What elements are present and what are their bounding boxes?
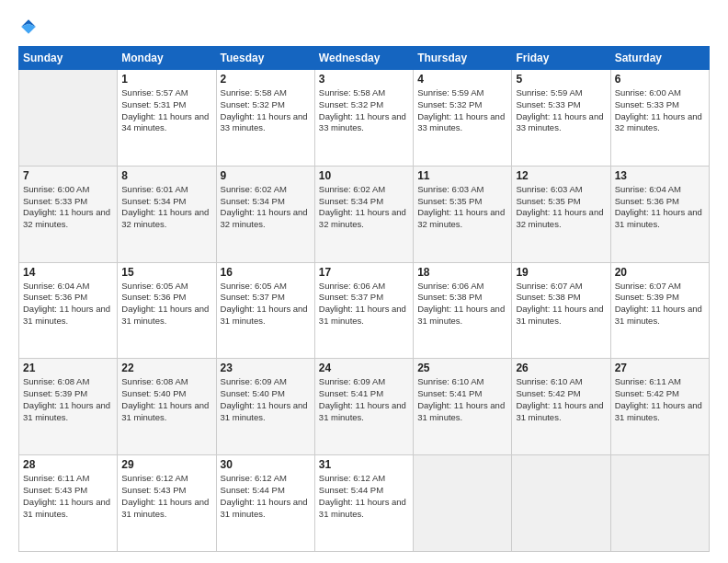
day-info: Sunrise: 6:11 AM Sunset: 5:43 PM Dayligh… [23, 473, 113, 520]
day-cell: 31Sunrise: 6:12 AM Sunset: 5:44 PM Dayli… [314, 455, 413, 552]
day-cell: 22Sunrise: 6:08 AM Sunset: 5:40 PM Dayli… [118, 359, 216, 455]
day-info: Sunrise: 6:05 AM Sunset: 5:37 PM Dayligh… [221, 281, 311, 327]
day-info: Sunrise: 6:02 AM Sunset: 5:34 PM Dayligh… [319, 184, 409, 231]
day-info: Sunrise: 5:59 AM Sunset: 5:33 PM Dayligh… [516, 87, 606, 134]
day-number: 16 [221, 266, 311, 279]
day-info: Sunrise: 6:07 AM Sunset: 5:39 PM Dayligh… [615, 281, 705, 327]
day-info: Sunrise: 6:04 AM Sunset: 5:36 PM Dayligh… [615, 184, 705, 231]
day-number: 28 [23, 458, 113, 471]
day-info: Sunrise: 6:04 AM Sunset: 5:36 PM Dayligh… [23, 281, 113, 327]
day-cell: 14Sunrise: 6:04 AM Sunset: 5:36 PM Dayli… [19, 262, 118, 359]
day-info: Sunrise: 6:12 AM Sunset: 5:44 PM Dayligh… [221, 473, 311, 520]
day-info: Sunrise: 6:07 AM Sunset: 5:38 PM Dayligh… [516, 281, 606, 327]
day-cell: 30Sunrise: 6:12 AM Sunset: 5:44 PM Dayli… [216, 455, 314, 552]
day-cell [512, 455, 610, 552]
calendar-body: 1Sunrise: 5:57 AM Sunset: 5:31 PM Daylig… [19, 70, 710, 552]
weekday-friday: Friday [512, 47, 610, 70]
weekday-header-row: SundayMondayTuesdayWednesdayThursdayFrid… [19, 47, 710, 70]
week-row-4: 28Sunrise: 6:11 AM Sunset: 5:43 PM Dayli… [19, 455, 710, 552]
day-number: 21 [23, 362, 113, 374]
day-cell: 18Sunrise: 6:06 AM Sunset: 5:38 PM Dayli… [414, 262, 512, 359]
day-number: 25 [417, 362, 507, 374]
day-info: Sunrise: 6:06 AM Sunset: 5:37 PM Dayligh… [319, 281, 409, 327]
day-number: 11 [417, 169, 507, 182]
day-number: 3 [319, 73, 409, 86]
weekday-saturday: Saturday [610, 47, 709, 70]
day-number: 13 [615, 169, 705, 182]
day-number: 15 [121, 266, 211, 279]
day-number: 1 [121, 73, 211, 86]
week-row-3: 21Sunrise: 6:08 AM Sunset: 5:39 PM Dayli… [19, 359, 710, 455]
day-number: 31 [319, 458, 409, 471]
day-cell: 29Sunrise: 6:12 AM Sunset: 5:43 PM Dayli… [118, 455, 216, 552]
day-info: Sunrise: 6:12 AM Sunset: 5:43 PM Dayligh… [121, 473, 211, 520]
day-number: 24 [319, 362, 409, 374]
day-cell: 6Sunrise: 6:00 AM Sunset: 5:33 PM Daylig… [610, 70, 709, 167]
day-number: 23 [221, 362, 311, 374]
day-cell: 10Sunrise: 6:02 AM Sunset: 5:34 PM Dayli… [314, 166, 413, 262]
day-cell: 9Sunrise: 6:02 AM Sunset: 5:34 PM Daylig… [216, 166, 314, 262]
day-cell: 20Sunrise: 6:07 AM Sunset: 5:39 PM Dayli… [610, 262, 709, 359]
weekday-sunday: Sunday [19, 47, 118, 70]
day-info: Sunrise: 6:12 AM Sunset: 5:44 PM Dayligh… [319, 473, 409, 520]
day-cell: 11Sunrise: 6:03 AM Sunset: 5:35 PM Dayli… [414, 166, 512, 262]
day-number: 4 [417, 73, 507, 86]
day-cell: 13Sunrise: 6:04 AM Sunset: 5:36 PM Dayli… [610, 166, 709, 262]
day-info: Sunrise: 5:57 AM Sunset: 5:31 PM Dayligh… [121, 87, 211, 134]
weekday-monday: Monday [118, 47, 216, 70]
day-info: Sunrise: 6:11 AM Sunset: 5:42 PM Dayligh… [615, 376, 705, 423]
day-cell [414, 455, 512, 552]
weekday-wednesday: Wednesday [314, 47, 413, 70]
day-info: Sunrise: 6:01 AM Sunset: 5:34 PM Dayligh… [121, 184, 211, 231]
week-row-2: 14Sunrise: 6:04 AM Sunset: 5:36 PM Dayli… [19, 262, 710, 359]
day-cell: 28Sunrise: 6:11 AM Sunset: 5:43 PM Dayli… [19, 455, 118, 552]
day-cell: 1Sunrise: 5:57 AM Sunset: 5:31 PM Daylig… [118, 70, 216, 167]
day-cell: 19Sunrise: 6:07 AM Sunset: 5:38 PM Dayli… [512, 262, 610, 359]
day-number: 26 [516, 362, 606, 374]
day-cell: 26Sunrise: 6:10 AM Sunset: 5:42 PM Dayli… [512, 359, 610, 455]
logo-icon [18, 17, 39, 37]
logo [18, 17, 42, 37]
day-info: Sunrise: 5:58 AM Sunset: 5:32 PM Dayligh… [319, 87, 409, 134]
day-cell: 5Sunrise: 5:59 AM Sunset: 5:33 PM Daylig… [512, 70, 610, 167]
day-info: Sunrise: 5:59 AM Sunset: 5:32 PM Dayligh… [417, 87, 507, 134]
day-number: 10 [319, 169, 409, 182]
day-cell: 2Sunrise: 5:58 AM Sunset: 5:32 PM Daylig… [216, 70, 314, 167]
day-info: Sunrise: 6:03 AM Sunset: 5:35 PM Dayligh… [417, 184, 507, 231]
day-info: Sunrise: 6:00 AM Sunset: 5:33 PM Dayligh… [615, 87, 705, 134]
weekday-tuesday: Tuesday [216, 47, 314, 70]
header [18, 17, 710, 37]
day-info: Sunrise: 6:09 AM Sunset: 5:40 PM Dayligh… [221, 376, 311, 423]
day-number: 27 [615, 362, 705, 374]
day-number: 19 [516, 266, 606, 279]
day-cell: 21Sunrise: 6:08 AM Sunset: 5:39 PM Dayli… [19, 359, 118, 455]
day-number: 12 [516, 169, 606, 182]
weekday-thursday: Thursday [414, 47, 512, 70]
day-cell: 8Sunrise: 6:01 AM Sunset: 5:34 PM Daylig… [118, 166, 216, 262]
day-number: 22 [121, 362, 211, 374]
day-cell: 3Sunrise: 5:58 AM Sunset: 5:32 PM Daylig… [314, 70, 413, 167]
day-number: 8 [121, 169, 211, 182]
day-info: Sunrise: 6:08 AM Sunset: 5:40 PM Dayligh… [121, 376, 211, 423]
day-cell: 7Sunrise: 6:00 AM Sunset: 5:33 PM Daylig… [19, 166, 118, 262]
day-cell: 4Sunrise: 5:59 AM Sunset: 5:32 PM Daylig… [414, 70, 512, 167]
day-cell: 25Sunrise: 6:10 AM Sunset: 5:41 PM Dayli… [414, 359, 512, 455]
day-info: Sunrise: 6:09 AM Sunset: 5:41 PM Dayligh… [319, 376, 409, 423]
day-info: Sunrise: 6:02 AM Sunset: 5:34 PM Dayligh… [221, 184, 311, 231]
day-info: Sunrise: 6:06 AM Sunset: 5:38 PM Dayligh… [417, 281, 507, 327]
day-number: 9 [221, 169, 311, 182]
day-info: Sunrise: 5:58 AM Sunset: 5:32 PM Dayligh… [221, 87, 311, 134]
day-cell: 23Sunrise: 6:09 AM Sunset: 5:40 PM Dayli… [216, 359, 314, 455]
day-cell: 17Sunrise: 6:06 AM Sunset: 5:37 PM Dayli… [314, 262, 413, 359]
day-number: 14 [23, 266, 113, 279]
page: SundayMondayTuesdayWednesdayThursdayFrid… [0, 0, 728, 563]
day-number: 17 [319, 266, 409, 279]
day-number: 20 [615, 266, 705, 279]
day-info: Sunrise: 6:05 AM Sunset: 5:36 PM Dayligh… [121, 281, 211, 327]
day-number: 18 [417, 266, 507, 279]
day-cell: 24Sunrise: 6:09 AM Sunset: 5:41 PM Dayli… [314, 359, 413, 455]
day-info: Sunrise: 6:00 AM Sunset: 5:33 PM Dayligh… [23, 184, 113, 231]
day-info: Sunrise: 6:03 AM Sunset: 5:35 PM Dayligh… [516, 184, 606, 231]
day-number: 29 [121, 458, 211, 471]
day-info: Sunrise: 6:08 AM Sunset: 5:39 PM Dayligh… [23, 376, 113, 423]
